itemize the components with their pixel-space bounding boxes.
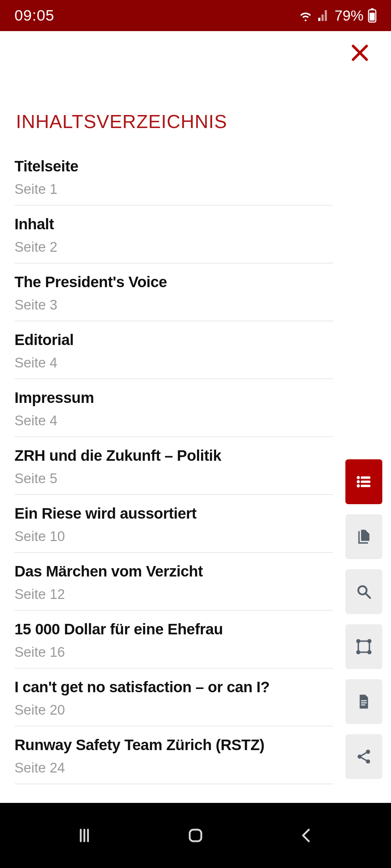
home-icon: [187, 827, 204, 844]
toc-item-page: Seite 12: [14, 587, 333, 602]
svg-rect-18: [361, 705, 365, 706]
toc-item-page: Seite 20: [14, 702, 333, 718]
share-button[interactable]: [345, 734, 382, 779]
toc-item-page: Seite 24: [14, 760, 333, 776]
article-button[interactable]: [345, 679, 382, 724]
svg-rect-8: [361, 485, 370, 487]
document-icon: [356, 693, 372, 710]
svg-point-15: [368, 651, 371, 654]
toc-list[interactable]: TitelseiteSeite 1InhaltSeite 2The Presid…: [14, 158, 333, 784]
svg-rect-1: [371, 8, 374, 10]
toc-item-title: Editorial: [14, 331, 333, 349]
svg-rect-16: [361, 700, 366, 701]
svg-line-22: [361, 753, 366, 756]
toc-item-page: Seite 4: [14, 413, 333, 429]
toc-item-title: Ein Riese wird aussortiert: [14, 505, 333, 522]
svg-point-21: [366, 760, 370, 764]
toc-item-title: Inhalt: [14, 216, 333, 233]
toc-item-title: Impressum: [14, 389, 333, 407]
svg-rect-27: [190, 830, 201, 841]
svg-rect-2: [370, 13, 375, 21]
status-bar: 09:05 79%: [0, 0, 391, 31]
svg-point-5: [357, 481, 360, 483]
svg-point-20: [358, 754, 362, 759]
toc-item-page: Seite 16: [14, 644, 333, 660]
toc-item-page: Seite 10: [14, 529, 333, 544]
toc-item-title: The President's Voice: [14, 273, 333, 291]
status-time: 09:05: [14, 7, 54, 24]
search-icon: [356, 583, 372, 600]
pages-button[interactable]: [345, 514, 382, 559]
toc-item[interactable]: InhaltSeite 2: [14, 205, 333, 263]
toc-item[interactable]: TitelseiteSeite 1: [14, 158, 333, 205]
svg-rect-6: [361, 481, 370, 483]
list-icon: [356, 473, 372, 490]
svg-point-14: [357, 651, 360, 654]
toc-item-title: I can't get no satisfaction – or can I?: [14, 678, 333, 696]
toc-item-page: Seite 3: [14, 297, 333, 313]
battery-icon: [368, 8, 377, 23]
wifi-icon: [298, 8, 313, 23]
recents-button[interactable]: [72, 823, 97, 848]
recents-icon: [76, 827, 93, 844]
toc-item[interactable]: ZRH und die Zukunft – PolitikSeite 5: [14, 437, 333, 495]
svg-rect-11: [358, 641, 370, 652]
back-icon: [298, 827, 315, 844]
svg-point-7: [357, 485, 360, 487]
crop-button[interactable]: [345, 624, 382, 669]
toc-item-title: 15 000 Dollar für eine Ehefrau: [14, 621, 333, 638]
svg-point-19: [366, 750, 370, 754]
close-icon: [350, 43, 370, 63]
search-button[interactable]: [345, 569, 382, 614]
toc-button[interactable]: [345, 459, 382, 504]
toc-item-page: Seite 4: [14, 355, 333, 371]
toc-item[interactable]: ImpressumSeite 4: [14, 379, 333, 437]
svg-point-12: [357, 640, 360, 643]
home-button[interactable]: [183, 823, 208, 848]
share-icon: [356, 748, 372, 765]
svg-rect-4: [361, 477, 370, 478]
svg-rect-17: [361, 702, 366, 703]
status-indicators: 79%: [298, 8, 377, 24]
crop-icon: [356, 638, 372, 655]
header: [0, 31, 391, 75]
toc-item[interactable]: The President's VoiceSeite 3: [14, 263, 333, 321]
system-nav-bar: [0, 803, 391, 868]
toc-item[interactable]: EditorialSeite 4: [14, 321, 333, 379]
pages-icon: [356, 528, 372, 545]
cellular-signal-icon: [317, 9, 330, 22]
toc-item-title: Runway Safety Team Zürich (RSTZ): [14, 736, 333, 754]
toc-item-title: Das Märchen vom Verzicht: [14, 563, 333, 580]
back-button[interactable]: [294, 823, 319, 848]
toc-item[interactable]: I can't get no satisfaction – or can I?S…: [14, 668, 333, 726]
toc-item[interactable]: Das Märchen vom VerzichtSeite 12: [14, 553, 333, 610]
battery-percent: 79%: [335, 8, 363, 24]
toc-item-title: Titelseite: [14, 158, 333, 175]
svg-line-23: [361, 758, 366, 761]
toc-item[interactable]: Ein Riese wird aussortiertSeite 10: [14, 495, 333, 553]
page-title: INHALTSVERZEICHNIS: [14, 111, 377, 132]
close-button[interactable]: [349, 42, 371, 64]
svg-line-10: [366, 594, 370, 598]
toc-item-page: Seite 5: [14, 471, 333, 486]
toc-item[interactable]: Runway Safety Team Zürich (RSTZ)Seite 24: [14, 726, 333, 784]
side-toolbar: [345, 459, 382, 779]
svg-point-13: [368, 640, 371, 643]
toc-item-page: Seite 1: [14, 182, 333, 197]
toc-item[interactable]: 15 000 Dollar für eine EhefrauSeite 16: [14, 610, 333, 668]
content-area: INHALTSVERZEICHNIS TitelseiteSeite 1Inha…: [0, 75, 391, 803]
toc-item-page: Seite 2: [14, 239, 333, 255]
toc-item-title: ZRH und die Zukunft – Politik: [14, 447, 333, 464]
svg-point-3: [357, 476, 360, 479]
